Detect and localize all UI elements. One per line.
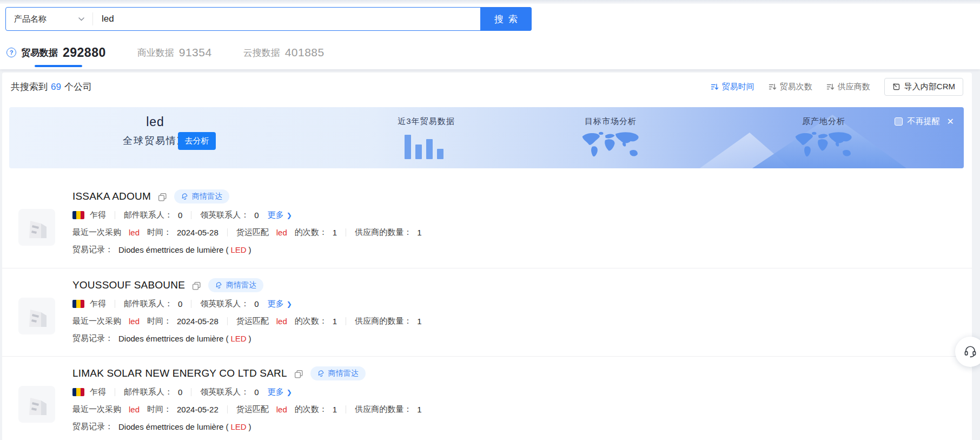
business-radar-badge[interactable]: 商情雷达 xyxy=(174,189,229,203)
company-name[interactable]: ISSAKA ADOUM xyxy=(72,191,151,202)
import-crm-label: 导入内部CRM xyxy=(904,82,955,92)
company-country: 乍得 xyxy=(90,387,106,397)
search-category-label: 产品名称 xyxy=(14,14,47,24)
business-radar-badge[interactable]: 商情雷达 xyxy=(208,278,263,292)
help-circle-icon[interactable]: ? xyxy=(6,48,16,57)
keyword-highlight: led xyxy=(127,405,142,414)
trade-record-text: Diodes émettrices de lumière (LED) xyxy=(118,422,251,431)
chad-flag-icon xyxy=(72,300,84,308)
dismiss-label: 不再提醒 xyxy=(908,116,940,127)
sort-label: 贸易次数 xyxy=(780,82,812,92)
freight-match-count: 1 xyxy=(333,405,337,414)
feature-trade-label: 近3年贸易数据 xyxy=(391,116,461,127)
freight-match-label-pre: 货运匹配 xyxy=(236,316,269,326)
import-icon xyxy=(892,83,900,91)
linkedin-contacts-label: 领英联系人： xyxy=(200,387,249,397)
company-list: ISSAKA ADOUM 商情雷达 乍得 邮件联系人： 0 领英联系人： 0 xyxy=(2,180,972,440)
headset-icon xyxy=(963,345,977,359)
banner-dismiss: 不再提醒 ✕ xyxy=(895,116,954,127)
keyword-highlight: led xyxy=(274,228,289,237)
company-name[interactable]: LIMAK SOLAR NEW ENERGY CO LTD SARL xyxy=(72,367,287,379)
company-card: LIMAK SOLAR NEW ENERGY CO LTD SARL 商情雷达 … xyxy=(2,356,972,440)
more-link[interactable]: 更多 ❯ xyxy=(268,299,292,309)
copy-icon[interactable] xyxy=(158,193,167,202)
page-header: 产品名称 搜索 ? 贸易数据 292880 商业数据 91354 云搜数据 40… xyxy=(0,0,980,69)
supplier-count-label: 供应商的数量： xyxy=(355,404,412,415)
sort-label: 供应商数 xyxy=(838,82,870,92)
tab-label: 贸易数据 xyxy=(21,47,58,59)
feature-target-market: 目标市场分析 xyxy=(573,116,648,165)
more-label: 更多 xyxy=(268,387,284,397)
sort-label: 贸易时间 xyxy=(722,82,754,92)
email-contacts-label: 邮件联系人： xyxy=(124,299,173,309)
badge-label: 商情雷达 xyxy=(192,192,222,201)
sort-trade-count[interactable]: 贸易次数 xyxy=(769,82,812,92)
email-contacts-label: 邮件联系人： xyxy=(124,387,173,397)
email-contacts-value: 0 xyxy=(178,299,182,308)
freight-match-label-pre: 货运匹配 xyxy=(236,404,269,415)
tab-label: 商业数据 xyxy=(137,47,174,59)
last-purchase-label-post: 时间： xyxy=(147,316,171,326)
building-placeholder-icon xyxy=(18,209,55,246)
trade-record-label: 贸易记录： xyxy=(72,245,113,255)
company-card: YOUSSOUF SABOUNE 商情雷达 乍得 邮件联系人： 0 领英联系人： xyxy=(2,268,972,356)
analyze-button[interactable]: 去分析 xyxy=(178,132,216,150)
close-icon[interactable]: ✕ xyxy=(947,116,954,127)
company-name[interactable]: YOUSSOUF SABOUNE xyxy=(72,279,185,291)
supplier-count-value: 1 xyxy=(417,317,421,326)
tab-count: 401885 xyxy=(285,46,325,59)
supplier-count-label: 供应商的数量： xyxy=(355,227,412,238)
badge-label: 商情雷达 xyxy=(328,369,359,378)
keyword-highlight: led xyxy=(274,405,289,414)
tab-count: 292880 xyxy=(63,45,106,60)
freight-match-count: 1 xyxy=(333,317,337,326)
more-link[interactable]: 更多 ❯ xyxy=(268,387,292,397)
feature-origin-label: 原产地分析 xyxy=(786,116,862,127)
company-card: ISSAKA ADOUM 商情雷达 乍得 邮件联系人： 0 领英联系人： 0 xyxy=(2,180,972,268)
copy-icon[interactable] xyxy=(192,281,201,291)
last-purchase-date: 2024-05-28 xyxy=(177,317,218,326)
chevron-right-icon: ❯ xyxy=(287,212,292,219)
sort-supplier-count[interactable]: 供应商数 xyxy=(826,82,870,92)
search-input[interactable] xyxy=(93,8,480,30)
world-map-icon xyxy=(792,129,856,163)
linkedin-contacts-value: 0 xyxy=(254,388,259,397)
feature-trade-data: 近3年贸易数据 xyxy=(391,116,461,159)
copy-icon[interactable] xyxy=(294,370,303,379)
supplier-count-value: 1 xyxy=(417,228,421,237)
tab-business-data[interactable]: 商业数据 91354 xyxy=(137,44,212,61)
company-thumbnail xyxy=(18,209,55,246)
company-thumbnail xyxy=(18,298,55,334)
last-purchase-label-pre: 最近一次采购 xyxy=(72,404,121,415)
building-placeholder-icon xyxy=(18,386,55,423)
tab-cloud-search-data[interactable]: 云搜数据 401885 xyxy=(243,44,325,61)
search-bar: 产品名称 搜索 xyxy=(5,7,532,31)
sort-icon xyxy=(769,83,777,91)
more-label: 更多 xyxy=(268,210,284,220)
results-panel: 共搜索到 69 个公司 贸易时间 贸易次数 供应商数 导入内部CRM xyxy=(2,73,972,440)
keyword-highlight: LED xyxy=(228,422,248,431)
company-country: 乍得 xyxy=(90,299,106,309)
company-country: 乍得 xyxy=(90,210,106,220)
badge-label: 商情雷达 xyxy=(226,280,256,290)
keyword-highlight: led xyxy=(127,317,142,326)
business-radar-badge[interactable]: 商情雷达 xyxy=(310,366,366,380)
tab-count: 91354 xyxy=(179,46,212,59)
trade-record-label: 贸易记录： xyxy=(72,333,113,344)
import-crm-button[interactable]: 导入内部CRM xyxy=(884,78,963,96)
search-category-select[interactable]: 产品名称 xyxy=(6,8,92,30)
last-purchase-label-post: 时间： xyxy=(147,404,171,415)
sort-trade-time[interactable]: 贸易时间 xyxy=(711,82,754,92)
linkedin-contacts-value: 0 xyxy=(254,211,259,220)
analysis-banner: led 全球贸易情况 去分析 近3年贸易数据 目标市场分析 xyxy=(9,107,964,168)
search-button[interactable]: 搜索 xyxy=(480,7,532,31)
chad-flag-icon xyxy=(72,388,84,396)
more-link[interactable]: 更多 ❯ xyxy=(268,210,292,220)
dismiss-checkbox[interactable] xyxy=(895,117,903,126)
tab-trade-data[interactable]: ? 贸易数据 292880 xyxy=(6,44,106,61)
banner-keyword: led xyxy=(101,115,209,129)
supplier-count-label: 供应商的数量： xyxy=(355,316,412,326)
keyword-highlight: led xyxy=(127,228,142,237)
result-count: 69 xyxy=(51,82,61,93)
chevron-right-icon: ❯ xyxy=(287,389,292,396)
